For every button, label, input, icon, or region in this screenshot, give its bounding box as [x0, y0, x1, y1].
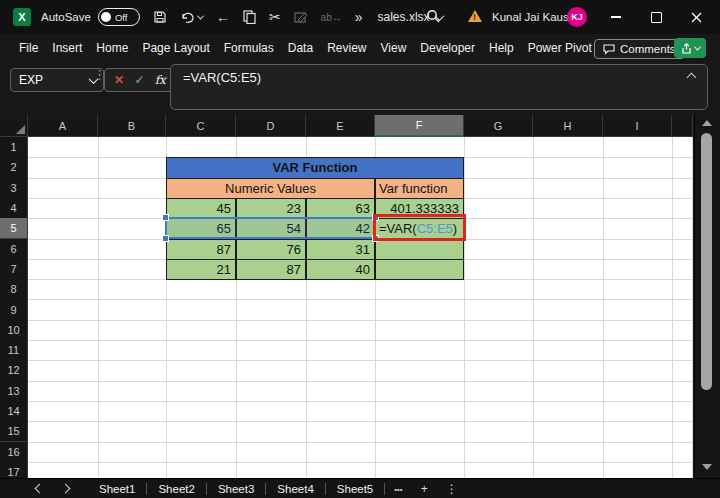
menu-item-data[interactable]: Data [281, 41, 320, 55]
sheet-tab-sheet2[interactable]: Sheet2 [147, 479, 205, 498]
sheet-tab-sheet1[interactable]: Sheet1 [88, 479, 146, 498]
row-header-8[interactable]: 8 [0, 279, 28, 300]
menu-item-power-pivot[interactable]: Power Pivot [521, 41, 599, 55]
comments-button[interactable]: Comments [594, 39, 685, 59]
column-header-b[interactable]: B [98, 115, 166, 137]
row-header-3[interactable]: 3 [0, 178, 28, 199]
menu-item-home[interactable]: Home [89, 41, 135, 55]
cell-E7[interactable]: 40 [306, 259, 375, 280]
maximize-icon [651, 12, 662, 23]
cut-icon[interactable]: ✂ [269, 10, 281, 24]
menu-item-formulas[interactable]: Formulas [217, 41, 281, 55]
menu-item-file[interactable]: File [12, 41, 45, 55]
cell-F6[interactable] [375, 239, 464, 260]
close-button[interactable] [678, 0, 714, 34]
cell-C7[interactable]: 21 [166, 259, 236, 280]
column-header-d[interactable]: D [236, 115, 306, 137]
filename-label: sales.xlsx [378, 10, 430, 24]
cell-D4[interactable]: 23 [236, 198, 306, 219]
column-header-e[interactable]: E [306, 115, 375, 137]
chevron-down-icon [693, 43, 700, 50]
row-header-14[interactable]: 14 [0, 401, 28, 422]
avatar[interactable]: KJ [567, 7, 587, 27]
add-sheet-icon[interactable]: + [412, 482, 437, 496]
prev-sheet-icon[interactable] [35, 484, 45, 494]
scroll-down-icon[interactable] [702, 464, 712, 470]
cell-D7[interactable]: 87 [236, 259, 306, 280]
next-sheet-icon[interactable] [61, 484, 71, 494]
column-header-a[interactable]: A [28, 115, 98, 137]
selection-handle[interactable] [162, 235, 169, 242]
menu-item-review[interactable]: Review [320, 41, 373, 55]
annotation-red-box [373, 214, 466, 241]
row-header-5[interactable]: 5 [0, 218, 28, 239]
minimize-button[interactable] [598, 0, 634, 34]
menu-item-developer[interactable]: Developer [413, 41, 482, 55]
formula-bar-area: EXP ⋮ ✕ ✓ fx =VAR(C5:E5) [0, 62, 720, 115]
autosave-label: AutoSave [41, 11, 91, 23]
column-header-g[interactable]: G [464, 115, 533, 137]
menu-item-view[interactable]: View [374, 41, 414, 55]
cell-C6[interactable]: 87 [166, 239, 236, 260]
back-arrow-icon[interactable]: ← [216, 10, 230, 24]
enter-icon[interactable]: ✓ [134, 73, 144, 87]
menu-item-help[interactable]: Help [482, 41, 521, 55]
insert-function-icon[interactable]: fx [155, 73, 166, 87]
sheet-tab-sheet4[interactable]: Sheet4 [266, 479, 324, 498]
gridline-h [28, 299, 693, 300]
table-group-header-cell[interactable]: Numeric Values [166, 178, 375, 199]
scroll-up-icon[interactable] [702, 120, 712, 126]
menu-item-insert[interactable]: Insert [45, 41, 89, 55]
more-commands-icon[interactable]: » [355, 10, 363, 24]
row-header-4[interactable]: 4 [0, 198, 28, 219]
gridline-h [28, 462, 693, 463]
select-all-corner[interactable] [0, 115, 28, 137]
row-header-1[interactable]: 1 [0, 137, 28, 158]
row-header-12[interactable]: 12 [0, 360, 28, 381]
gridline-h [28, 401, 693, 402]
row-header-10[interactable]: 10 [0, 320, 28, 341]
sheet-options-icon[interactable]: ⋮ [437, 482, 467, 496]
maximize-button[interactable] [638, 0, 674, 34]
row-header-7[interactable]: 7 [0, 259, 28, 280]
cell-D6[interactable]: 76 [236, 239, 306, 260]
copy-icon[interactable] [243, 10, 256, 24]
collapse-formula-bar-icon[interactable] [687, 73, 697, 83]
cell-C4[interactable]: 45 [166, 198, 236, 219]
row-header-6[interactable]: 6 [0, 239, 28, 260]
menu-item-page-layout[interactable]: Page Layout [135, 41, 216, 55]
share-button[interactable] [674, 38, 706, 58]
cell-E6[interactable]: 31 [306, 239, 375, 260]
column-header-partial[interactable] [672, 115, 693, 137]
cell-F7[interactable] [375, 259, 464, 280]
vertical-scroll-thumb[interactable] [701, 133, 712, 390]
row-header-15[interactable]: 15 [0, 421, 28, 442]
row-header-9[interactable]: 9 [0, 299, 28, 320]
row-header-2[interactable]: 2 [0, 157, 28, 178]
save-icon[interactable] [153, 10, 167, 24]
column-header-h[interactable]: H [533, 115, 603, 137]
name-box[interactable]: EXP [10, 68, 104, 92]
excel-app-icon[interactable]: X [13, 8, 31, 26]
cell-E4[interactable]: 63 [306, 198, 375, 219]
sheet-tab-sheet3[interactable]: Sheet3 [207, 479, 265, 498]
row-header-11[interactable]: 11 [0, 340, 28, 361]
formula-input[interactable]: =VAR(C5:E5) [170, 64, 708, 110]
autosave-toggle[interactable]: Off [98, 8, 140, 26]
column-header-f[interactable]: F [375, 115, 464, 137]
undo-icon[interactable] [180, 11, 203, 24]
gridline-h [28, 442, 693, 443]
table-result-header-cell[interactable]: Var function [375, 178, 464, 199]
sheet-tab-sheet5[interactable]: Sheet5 [326, 479, 384, 498]
row-header-16[interactable]: 16 [0, 442, 28, 463]
cancel-icon[interactable]: ✕ [114, 73, 124, 87]
column-header-c[interactable]: C [166, 115, 236, 137]
warning-icon[interactable]: ! [468, 10, 482, 22]
column-header-i[interactable]: I [603, 115, 672, 137]
row-header-13[interactable]: 13 [0, 381, 28, 402]
search-icon[interactable] [426, 9, 441, 28]
selection-handle[interactable] [162, 214, 169, 221]
table-title-cell[interactable]: VAR Function [166, 157, 464, 178]
more-sheets-icon[interactable]: ••• [385, 485, 411, 494]
comment-icon [603, 44, 615, 55]
